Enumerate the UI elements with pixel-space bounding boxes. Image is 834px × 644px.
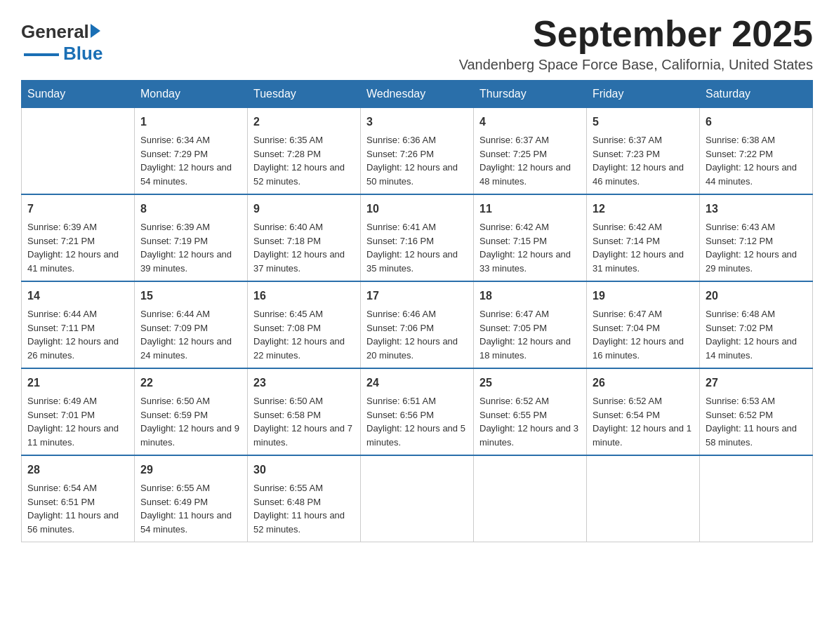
calendar-day-cell: 6Sunrise: 6:38 AMSunset: 7:22 PMDaylight… bbox=[700, 108, 813, 195]
sunset-text: Sunset: 7:11 PM bbox=[27, 321, 128, 335]
day-number: 13 bbox=[706, 201, 807, 217]
title-block: September 2025 Vandenberg Space Force Ba… bbox=[459, 14, 813, 73]
daylight-text: Daylight: 12 hours and 16 minutes. bbox=[593, 335, 694, 362]
sunrise-text: Sunrise: 6:39 AM bbox=[140, 220, 241, 234]
sunset-text: Sunset: 7:12 PM bbox=[706, 234, 807, 248]
sunset-text: Sunset: 7:29 PM bbox=[140, 147, 241, 161]
logo-blue-text: Blue bbox=[63, 43, 102, 65]
daylight-text: Daylight: 12 hours and 48 minutes. bbox=[479, 161, 581, 188]
calendar-day-cell: 30Sunrise: 6:55 AMSunset: 6:48 PMDayligh… bbox=[248, 455, 361, 542]
day-number: 12 bbox=[593, 201, 694, 217]
sunrise-text: Sunrise: 6:36 AM bbox=[366, 133, 468, 147]
daylight-text: Daylight: 12 hours and 29 minutes. bbox=[706, 248, 807, 275]
daylight-text: Daylight: 12 hours and 22 minutes. bbox=[253, 335, 355, 362]
day-number: 28 bbox=[27, 462, 128, 478]
sunset-text: Sunset: 6:59 PM bbox=[140, 408, 241, 422]
sunset-text: Sunset: 7:09 PM bbox=[140, 321, 241, 335]
sunset-text: Sunset: 7:22 PM bbox=[706, 147, 807, 161]
daylight-text: Daylight: 12 hours and 31 minutes. bbox=[593, 248, 694, 275]
logo-triangle-icon bbox=[91, 24, 100, 38]
sunrise-text: Sunrise: 6:42 AM bbox=[593, 220, 694, 234]
sunrise-text: Sunrise: 6:55 AM bbox=[253, 481, 355, 495]
day-number: 18 bbox=[479, 288, 581, 304]
day-number: 9 bbox=[253, 201, 355, 217]
sunset-text: Sunset: 7:01 PM bbox=[27, 408, 128, 422]
header-thursday: Thursday bbox=[474, 81, 587, 108]
calendar-day-cell: 11Sunrise: 6:42 AMSunset: 7:15 PMDayligh… bbox=[474, 194, 587, 281]
sunset-text: Sunset: 7:05 PM bbox=[479, 321, 581, 335]
sunrise-text: Sunrise: 6:44 AM bbox=[27, 307, 128, 321]
day-number: 4 bbox=[479, 114, 581, 130]
calendar-day-cell: 4Sunrise: 6:37 AMSunset: 7:25 PMDaylight… bbox=[474, 108, 587, 195]
daylight-text: Daylight: 12 hours and 5 minutes. bbox=[366, 422, 468, 449]
daylight-text: Daylight: 12 hours and 39 minutes. bbox=[140, 248, 241, 275]
daylight-text: Daylight: 11 hours and 52 minutes. bbox=[253, 509, 355, 536]
sunrise-text: Sunrise: 6:39 AM bbox=[27, 220, 128, 234]
daylight-text: Daylight: 12 hours and 33 minutes. bbox=[479, 248, 581, 275]
day-number: 1 bbox=[140, 114, 241, 130]
logo-line bbox=[24, 53, 59, 56]
calendar-day-cell: 26Sunrise: 6:52 AMSunset: 6:54 PMDayligh… bbox=[587, 368, 700, 455]
sunrise-text: Sunrise: 6:48 AM bbox=[706, 307, 807, 321]
sunset-text: Sunset: 7:23 PM bbox=[593, 147, 694, 161]
calendar-day-cell: 29Sunrise: 6:55 AMSunset: 6:49 PMDayligh… bbox=[135, 455, 248, 542]
daylight-text: Daylight: 12 hours and 37 minutes. bbox=[253, 248, 355, 275]
calendar-day-cell: 12Sunrise: 6:42 AMSunset: 7:14 PMDayligh… bbox=[587, 194, 700, 281]
sunset-text: Sunset: 7:15 PM bbox=[479, 234, 581, 248]
sunrise-text: Sunrise: 6:53 AM bbox=[706, 394, 807, 408]
daylight-text: Daylight: 12 hours and 26 minutes. bbox=[27, 335, 128, 362]
daylight-text: Daylight: 12 hours and 54 minutes. bbox=[140, 161, 241, 188]
daylight-text: Daylight: 12 hours and 20 minutes. bbox=[366, 335, 468, 362]
sunrise-text: Sunrise: 6:44 AM bbox=[140, 307, 241, 321]
calendar-day-cell: 14Sunrise: 6:44 AMSunset: 7:11 PMDayligh… bbox=[22, 281, 135, 368]
calendar-day-cell: 25Sunrise: 6:52 AMSunset: 6:55 PMDayligh… bbox=[474, 368, 587, 455]
daylight-text: Daylight: 11 hours and 58 minutes. bbox=[706, 422, 807, 449]
calendar-header-row: SundayMondayTuesdayWednesdayThursdayFrid… bbox=[22, 81, 813, 108]
calendar-day-cell: 9Sunrise: 6:40 AMSunset: 7:18 PMDaylight… bbox=[248, 194, 361, 281]
sunrise-text: Sunrise: 6:42 AM bbox=[479, 220, 581, 234]
calendar-day-cell bbox=[474, 455, 587, 542]
header-tuesday: Tuesday bbox=[248, 81, 361, 108]
sunrise-text: Sunrise: 6:34 AM bbox=[140, 133, 241, 147]
logo-general-text: General bbox=[21, 21, 89, 43]
calendar-day-cell bbox=[361, 455, 474, 542]
daylight-text: Daylight: 12 hours and 44 minutes. bbox=[706, 161, 807, 188]
day-number: 19 bbox=[593, 288, 694, 304]
header-wednesday: Wednesday bbox=[361, 81, 474, 108]
sunset-text: Sunset: 7:28 PM bbox=[253, 147, 355, 161]
day-number: 7 bbox=[27, 201, 128, 217]
daylight-text: Daylight: 12 hours and 7 minutes. bbox=[253, 422, 355, 449]
daylight-text: Daylight: 12 hours and 9 minutes. bbox=[140, 422, 241, 449]
sunrise-text: Sunrise: 6:35 AM bbox=[253, 133, 355, 147]
calendar-day-cell: 2Sunrise: 6:35 AMSunset: 7:28 PMDaylight… bbox=[248, 108, 361, 195]
sunset-text: Sunset: 7:16 PM bbox=[366, 234, 468, 248]
daylight-text: Daylight: 11 hours and 56 minutes. bbox=[27, 509, 128, 536]
sunset-text: Sunset: 7:06 PM bbox=[366, 321, 468, 335]
calendar-day-cell: 17Sunrise: 6:46 AMSunset: 7:06 PMDayligh… bbox=[361, 281, 474, 368]
day-number: 6 bbox=[706, 114, 807, 130]
calendar-day-cell: 21Sunrise: 6:49 AMSunset: 7:01 PMDayligh… bbox=[22, 368, 135, 455]
calendar-week-row: 21Sunrise: 6:49 AMSunset: 7:01 PMDayligh… bbox=[22, 368, 813, 455]
daylight-text: Daylight: 12 hours and 1 minute. bbox=[593, 422, 694, 449]
day-number: 27 bbox=[706, 375, 807, 391]
calendar-day-cell: 27Sunrise: 6:53 AMSunset: 6:52 PMDayligh… bbox=[700, 368, 813, 455]
header-sunday: Sunday bbox=[22, 81, 135, 108]
sunset-text: Sunset: 7:25 PM bbox=[479, 147, 581, 161]
sunset-text: Sunset: 7:18 PM bbox=[253, 234, 355, 248]
calendar-day-cell: 23Sunrise: 6:50 AMSunset: 6:58 PMDayligh… bbox=[248, 368, 361, 455]
sunrise-text: Sunrise: 6:46 AM bbox=[366, 307, 468, 321]
daylight-text: Daylight: 12 hours and 50 minutes. bbox=[366, 161, 468, 188]
sunrise-text: Sunrise: 6:45 AM bbox=[253, 307, 355, 321]
daylight-text: Daylight: 12 hours and 35 minutes. bbox=[366, 248, 468, 275]
calendar-day-cell bbox=[700, 455, 813, 542]
day-number: 24 bbox=[366, 375, 468, 391]
daylight-text: Daylight: 12 hours and 14 minutes. bbox=[706, 335, 807, 362]
sunrise-text: Sunrise: 6:37 AM bbox=[593, 133, 694, 147]
calendar-day-cell: 20Sunrise: 6:48 AMSunset: 7:02 PMDayligh… bbox=[700, 281, 813, 368]
logo: General Blue bbox=[21, 21, 102, 65]
day-number: 30 bbox=[253, 462, 355, 478]
sunrise-text: Sunrise: 6:49 AM bbox=[27, 394, 128, 408]
header: General Blue September 2025 Vandenberg S… bbox=[21, 14, 813, 73]
calendar-day-cell: 22Sunrise: 6:50 AMSunset: 6:59 PMDayligh… bbox=[135, 368, 248, 455]
day-number: 17 bbox=[366, 288, 468, 304]
